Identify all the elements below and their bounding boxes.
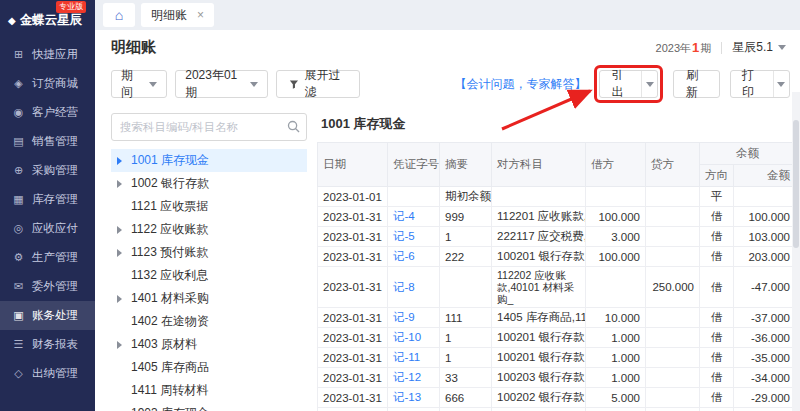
sidebar-item-customer[interactable]: ◉客户经营 — [0, 98, 95, 127]
cell-debit: 3.000 — [586, 227, 646, 247]
expand-filter-button[interactable]: 展开过滤 — [276, 70, 361, 98]
chevron-down-icon — [777, 82, 785, 87]
cell-counter: 100201 银行存款, — [492, 247, 586, 267]
export-button[interactable]: 引出 — [599, 70, 657, 98]
cell-summary: 1 — [440, 328, 492, 348]
logo-icon: ◆ — [8, 15, 16, 26]
col-credit[interactable]: 贷方 — [646, 143, 700, 187]
ledger-title: 1001 库存现金 — [317, 113, 790, 142]
tree-item[interactable]: 1132 应收利息 — [111, 264, 307, 287]
expand-arrow-icon[interactable] — [117, 226, 122, 234]
cell-date: 2023-01-31 — [318, 267, 388, 308]
chevron-down-icon — [646, 82, 654, 87]
refresh-button[interactable]: 刷新 — [673, 70, 720, 98]
period-value-select[interactable]: 2023年01期 — [175, 70, 267, 98]
search-input[interactable] — [111, 113, 307, 141]
ledger-row: 2023-01-31记-101100201 银行存款,1.000借-36.000 — [318, 328, 796, 348]
tree-item[interactable]: 1122 应收账款 — [111, 218, 307, 241]
print-button[interactable]: 打印 — [730, 70, 790, 98]
sidebar-item-outsourcing[interactable]: ✉委外管理 — [0, 272, 95, 301]
sidebar-item-label: 生产管理 — [32, 250, 78, 265]
expand-arrow-icon[interactable] — [117, 341, 122, 349]
page-scrollbar[interactable] — [792, 92, 800, 411]
col-summary[interactable]: 摘要 — [440, 143, 492, 187]
tree-item[interactable]: 1123 预付账款 — [111, 241, 307, 264]
col-amount[interactable]: 金额 — [734, 165, 796, 187]
col-counter[interactable]: 对方科目 — [492, 143, 586, 187]
sidebar-item-accounting[interactable]: ▣账务处理 — [0, 301, 95, 330]
expert-help-link[interactable]: 【会计问题，专家解答】 — [454, 76, 586, 93]
sidebar-item-purchase[interactable]: ⊕采购管理 — [0, 156, 95, 185]
sidebar-item-inventory[interactable]: ▦库存管理 — [0, 185, 95, 214]
cell-counter: 112202 应收账款,40101 材料采购_ — [492, 267, 586, 308]
tree-item[interactable]: 1402 在途物资 — [111, 310, 307, 333]
voucher-link[interactable]: 记-10 — [393, 331, 421, 343]
sidebar-item-order-mall[interactable]: ◈订货商城 — [0, 69, 95, 98]
period-type-select[interactable]: 期间 — [111, 70, 167, 98]
col-balance[interactable]: 余额 — [700, 143, 796, 165]
outsourcing-icon: ✉ — [12, 280, 25, 293]
sidebar-item-cashier[interactable]: ◇出纳管理 — [0, 359, 95, 388]
voucher-link[interactable]: 记-11 — [393, 351, 420, 363]
tree-item[interactable]: 1903 库存现金 — [111, 402, 307, 411]
close-icon[interactable]: × — [197, 8, 204, 22]
tree-item[interactable]: 1403 原材料 — [111, 333, 307, 356]
expand-arrow-icon[interactable] — [117, 180, 122, 188]
tree-item[interactable]: 1401 材料采购 — [111, 287, 307, 310]
sidebar-item-label: 委外管理 — [32, 279, 78, 294]
voucher-link[interactable]: 记-4 — [393, 210, 415, 222]
sidebar-item-production[interactable]: ⚙生产管理 — [0, 243, 95, 272]
sidebar-item-sales[interactable]: ▤销售管理 — [0, 127, 95, 156]
tree-item[interactable]: 1411 周转材料 — [111, 379, 307, 402]
cell-voucher: 记-13 — [388, 388, 440, 408]
version-dropdown[interactable]: 星辰5.1 — [732, 39, 786, 56]
sidebar-item-quick-apps[interactable]: ⊞快捷应用 — [0, 40, 95, 69]
tree-item[interactable]: 1405 库存商品 — [111, 356, 307, 379]
expand-arrow-icon[interactable] — [117, 249, 122, 257]
voucher-link[interactable]: 记-6 — [393, 250, 415, 262]
sidebar-item-label: 客户经营 — [32, 105, 78, 120]
main-area: ⌂ 明细账 × 明细账 2023年1期 星辰5.1 期间 — [95, 0, 800, 411]
tab-detail-ledger[interactable]: 明细账 × — [141, 3, 214, 27]
cell-voucher: 记-6 — [388, 247, 440, 267]
voucher-link[interactable]: 记-5 — [393, 230, 415, 242]
home-tab[interactable]: ⌂ — [103, 3, 135, 27]
tree-item[interactable]: 1002 银行存款 — [111, 172, 307, 195]
cell-credit — [646, 207, 700, 227]
col-date[interactable]: 日期 — [318, 143, 388, 187]
cell-direction: 借 — [700, 368, 734, 388]
logo-text: 金蝶云星辰 — [20, 12, 83, 29]
cashier-icon: ◇ — [12, 367, 25, 380]
sidebar-item-label: 采购管理 — [32, 163, 78, 178]
expand-arrow-icon[interactable] — [117, 157, 122, 165]
ar-ap-icon: ◎ — [12, 222, 25, 235]
voucher-link[interactable]: 记-13 — [393, 391, 421, 403]
chevron-down-icon — [778, 45, 786, 50]
sidebar-item-ar-ap[interactable]: ◎应收应付 — [0, 214, 95, 243]
ledger-row: 2023-01-31记-6222100201 银行存款,100.000借203.… — [318, 247, 796, 267]
sidebar-item-reports[interactable]: ☰财务报表 — [0, 330, 95, 359]
col-direction[interactable]: 方向 — [700, 165, 734, 187]
cell-summary: 期初余额 — [440, 187, 492, 207]
sales-icon: ▤ — [12, 135, 25, 148]
scrollbar-thumb[interactable] — [793, 120, 799, 248]
cell-summary: 33 — [440, 368, 492, 388]
tree-item[interactable]: 1001 库存现金 — [111, 149, 307, 172]
cell-voucher — [388, 187, 440, 207]
expand-arrow-icon[interactable] — [117, 295, 122, 303]
voucher-link[interactable]: 记-12 — [393, 371, 421, 383]
col-debit[interactable]: 借方 — [586, 143, 646, 187]
cell-credit — [646, 187, 700, 207]
content-header: 明细账 2023年1期 星辰5.1 — [95, 30, 800, 61]
cell-debit — [586, 187, 646, 207]
cell-date: 2023-01-31 — [318, 227, 388, 247]
cell-credit — [646, 388, 700, 408]
home-icon: ⌂ — [115, 7, 123, 23]
cell-amount: -47.000 — [734, 267, 796, 308]
col-voucher[interactable]: 凭证字号 — [388, 143, 440, 187]
tree-item[interactable]: 1121 应收票据 — [111, 195, 307, 218]
tree-item-label: 1122 应收账款 — [131, 221, 208, 238]
voucher-link[interactable]: 记-9 — [393, 311, 415, 323]
voucher-link[interactable]: 记-8 — [393, 281, 415, 293]
cell-direction: 借 — [700, 267, 734, 308]
